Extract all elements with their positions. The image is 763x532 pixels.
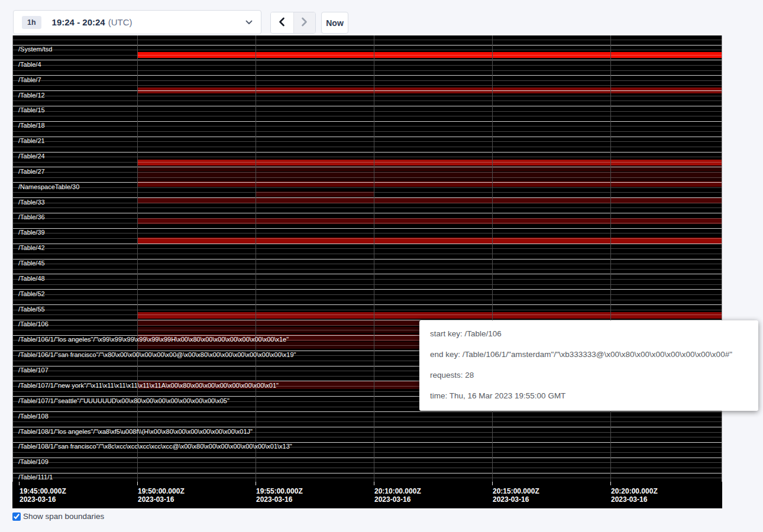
- span-boundary-line: [12, 152, 722, 153]
- axis-tick: [137, 482, 138, 485]
- span-key-label: /Table/106: [18, 320, 49, 327]
- span-key-label: /Table/4: [18, 61, 41, 68]
- range-line: [12, 131, 722, 132]
- range-line: [12, 147, 722, 147]
- tooltip-line: end key: /Table/106/1/"amsterdam"/"\xb33…: [430, 350, 748, 359]
- chevron-left-icon: [279, 17, 285, 28]
- span-boundary-line: [12, 75, 722, 76]
- range-line: [12, 417, 722, 417]
- span-key-label: /Table/108/1/"los angeles"/"\xa8\xf5\u00…: [18, 428, 253, 435]
- time-range-preset-badge: 1h: [22, 16, 41, 29]
- time-range-selector[interactable]: 1h 19:24 - 20:24 (UTC): [13, 10, 261, 34]
- range-line: [12, 70, 722, 71]
- span-tooltip: start key: /Table/106end key: /Table/106…: [419, 320, 758, 411]
- range-line: [12, 207, 722, 208]
- axis-tick: [19, 482, 20, 485]
- now-button[interactable]: Now: [321, 12, 348, 34]
- range-line: [12, 157, 722, 157]
- range-line: [12, 264, 722, 264]
- span-key-label: /Table/18: [18, 122, 45, 129]
- span-boundary-line: [12, 137, 722, 137]
- time-gridline: [492, 35, 493, 482]
- span-boundary-line: [12, 473, 722, 473]
- range-line: [12, 126, 722, 126]
- axis-time-label: 19:45:00.000Z2023-03-16: [20, 488, 66, 504]
- span-key-label: /Table/109: [18, 458, 49, 465]
- span-key-label: /Table/15: [18, 106, 45, 113]
- span-key-label: /Table/108: [18, 413, 49, 420]
- time-gridline: [137, 35, 138, 482]
- span-key-label: /Table/55: [18, 306, 45, 313]
- key-visualizer-page: 1h 19:24 - 20:24 (UTC) Now /System/tsd/T…: [0, 0, 763, 532]
- time-gridline: [256, 35, 256, 482]
- range-line: [12, 111, 722, 112]
- span-key-label: /Table/106/1/"los angeles"/"\x99\x99\x99…: [18, 336, 289, 343]
- span-boundary-line: [12, 197, 722, 198]
- next-interval-button[interactable]: [293, 12, 316, 33]
- span-key-label: /NamespaceTable/30: [18, 183, 79, 190]
- span-boundary-line: [12, 90, 722, 91]
- span-boundary-line: [12, 259, 722, 259]
- axis-tick: [256, 482, 256, 485]
- span-boundary-line: [12, 45, 722, 46]
- range-line: [12, 233, 722, 233]
- range-line: [12, 187, 722, 188]
- range-line: [12, 80, 722, 81]
- range-line: [12, 314, 722, 315]
- span-key-label: /Table/12: [18, 92, 45, 99]
- span-boundary-line: [12, 274, 722, 274]
- span-boundary-line: [12, 213, 722, 213]
- span-key-label: /Table/36: [18, 213, 45, 220]
- heat-band: [137, 177, 722, 181]
- span-key-label: /Table/7: [18, 76, 41, 83]
- key-visualizer-canvas[interactable]: /System/tsd/Table/4/Table/7/Table/12/Tab…: [12, 35, 722, 508]
- range-line: [12, 300, 722, 300]
- show-span-boundaries-checkbox[interactable]: [12, 512, 21, 521]
- range-line: [12, 238, 722, 239]
- span-key-label: /Table/33: [18, 199, 45, 206]
- tooltip-line: time: Thu, 16 Mar 2023 19:55:00 GMT: [430, 391, 748, 400]
- time-gridline: [374, 35, 374, 482]
- time-toolbar: 1h 19:24 - 20:24 (UTC) Now: [0, 0, 763, 35]
- span-key-label: /Table/27: [18, 168, 45, 175]
- range-line: [12, 468, 722, 468]
- axis-time-label: 20:20:00.000Z2023-03-16: [611, 488, 658, 504]
- range-line: [12, 452, 722, 453]
- range-line: [12, 85, 722, 86]
- previous-interval-button[interactable]: [271, 12, 293, 33]
- span-key-label: /Table/108/1/"san francisco"/"\x8c\xcc\x…: [18, 443, 292, 450]
- span-boundary-line: [12, 244, 722, 244]
- range-line: [12, 269, 722, 270]
- range-line: [12, 55, 722, 56]
- time-range-timezone: (UTC): [108, 17, 132, 27]
- range-line: [12, 50, 722, 50]
- axis-time-label: 19:55:00.000Z2023-03-16: [256, 488, 303, 504]
- range-line: [12, 177, 722, 178]
- span-key-label: /Table/107: [18, 366, 49, 374]
- span-boundary-line: [12, 458, 722, 458]
- span-boundary-line: [12, 228, 722, 229]
- span-boundary-line: [12, 121, 722, 122]
- range-line: [12, 141, 722, 142]
- show-span-boundaries-label: Show span boundaries: [23, 512, 104, 521]
- axis-tick: [374, 482, 374, 485]
- span-key-label: /Table/107/1/"seattle"/"UUUUUUD\x00\x80\…: [18, 397, 229, 404]
- heat-band: [137, 160, 722, 166]
- time-nav-group: [270, 12, 316, 34]
- range-line: [12, 40, 722, 40]
- range-line: [12, 310, 722, 310]
- range-line: [12, 172, 722, 173]
- span-boundary-line: [12, 167, 722, 167]
- range-line: [12, 284, 722, 285]
- range-line: [12, 96, 722, 96]
- range-line: [12, 100, 722, 101]
- time-range-text: 19:24 - 20:24: [52, 17, 105, 27]
- range-line: [12, 65, 722, 66]
- span-boundary-line: [12, 411, 722, 412]
- chart-right-edge: [722, 35, 722, 482]
- span-key-label: /System/tsd: [18, 46, 52, 53]
- tooltip-line: requests: 28: [430, 371, 748, 379]
- axis-time-label: 20:15:00.000Z2023-03-16: [493, 488, 539, 504]
- span-key-label: /Table/42: [18, 244, 45, 251]
- range-line: [12, 437, 722, 437]
